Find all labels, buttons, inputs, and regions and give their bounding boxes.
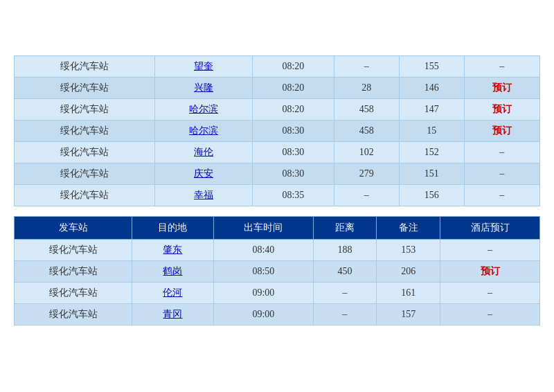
booking-link[interactable]: 预订 (492, 104, 512, 114)
cell-from: 绥化汽车站 (15, 240, 132, 261)
bottom-table-header: 发车站 目的地 出车时间 距离 备注 酒店预订 (15, 217, 540, 240)
cell-to[interactable]: 鹤岗 (132, 261, 214, 283)
cell-distance: 279 (334, 163, 399, 185)
cell-note: 15 (399, 121, 464, 142)
cell-to[interactable]: 青冈 (132, 304, 214, 326)
cell-distance: – (313, 304, 377, 326)
cell-booking: – (464, 185, 539, 206)
cell-from: 绥化汽车站 (15, 121, 155, 142)
destination-link[interactable]: 海伦 (194, 147, 213, 157)
bottom-table: 发车站 目的地 出车时间 距离 备注 酒店预订 绥化汽车站 肇东 08:40 1… (14, 216, 540, 326)
table-row: 绥化汽车站 海伦 08:30 102 152 – (15, 142, 540, 163)
cell-time: 08:50 (213, 261, 313, 283)
cell-from: 绥化汽车站 (15, 304, 132, 326)
cell-from: 绥化汽车站 (15, 261, 132, 283)
cell-distance: 458 (334, 121, 399, 142)
header-booking: 酒店预订 (440, 217, 540, 240)
booking-link[interactable]: 预订 (481, 266, 500, 276)
destination-link[interactable]: 肇东 (163, 244, 182, 255)
cell-note: 157 (377, 304, 440, 326)
destination-link[interactable]: 兴隆 (194, 82, 213, 93)
cell-distance: 102 (334, 142, 399, 163)
cell-time: 08:20 (252, 56, 334, 78)
cell-distance: – (313, 283, 377, 304)
cell-from: 绥化汽车站 (15, 185, 155, 206)
destination-link[interactable]: 伦河 (163, 287, 182, 298)
cell-to[interactable]: 肇东 (132, 240, 214, 261)
cell-booking: – (440, 304, 540, 326)
cell-time: 08:30 (252, 163, 334, 185)
cell-to[interactable]: 哈尔滨 (155, 99, 253, 121)
cell-note: 147 (399, 99, 464, 121)
destination-link[interactable]: 幸福 (194, 190, 213, 200)
cell-booking[interactable]: 预订 (440, 261, 540, 283)
header-distance: 距离 (313, 217, 377, 240)
destination-link[interactable]: 青冈 (163, 309, 182, 319)
cell-from: 绥化汽车站 (15, 163, 155, 185)
table-row: 绥化汽车站 哈尔滨 08:20 458 147 预订 (15, 99, 540, 121)
cell-note: 206 (377, 261, 440, 283)
cell-distance: 28 (334, 78, 399, 99)
top-table: 绥化汽车站 望奎 08:20 – 155 – 绥化汽车站 兴隆 08:20 28… (14, 55, 540, 206)
cell-time: 09:00 (213, 304, 313, 326)
cell-booking[interactable]: 预订 (464, 99, 539, 121)
cell-note: 161 (377, 283, 440, 304)
cell-to[interactable]: 庆安 (155, 163, 253, 185)
cell-to[interactable]: 兴隆 (155, 78, 253, 99)
header-note: 备注 (377, 217, 440, 240)
cell-note: 151 (399, 163, 464, 185)
cell-from: 绥化汽车站 (15, 283, 132, 304)
cell-time: 08:35 (252, 185, 334, 206)
booking-link[interactable]: 预订 (492, 125, 512, 136)
cell-to[interactable]: 伦河 (132, 283, 214, 304)
cell-time: 08:30 (252, 142, 334, 163)
cell-booking[interactable]: 预订 (464, 78, 539, 99)
table-row: 绥化汽车站 伦河 09:00 – 161 – (15, 283, 540, 304)
cell-note: 156 (399, 185, 464, 206)
cell-time: 08:20 (252, 99, 334, 121)
destination-link[interactable]: 哈尔滨 (189, 104, 218, 114)
cell-booking[interactable]: 预订 (464, 121, 539, 142)
cell-booking: – (440, 240, 540, 261)
destination-link[interactable]: 望奎 (194, 61, 213, 71)
cell-note: 152 (399, 142, 464, 163)
cell-distance: 450 (313, 261, 377, 283)
destination-link[interactable]: 哈尔滨 (189, 125, 218, 136)
cell-to[interactable]: 哈尔滨 (155, 121, 253, 142)
cell-from: 绥化汽车站 (15, 142, 155, 163)
cell-note: 155 (399, 56, 464, 78)
cell-booking: – (440, 283, 540, 304)
cell-from: 绥化汽车站 (15, 78, 155, 99)
cell-to[interactable]: 幸福 (155, 185, 253, 206)
cell-time: 08:20 (252, 78, 334, 99)
header-from: 发车站 (15, 217, 132, 240)
page-container: 绥化汽车站 望奎 08:20 – 155 – 绥化汽车站 兴隆 08:20 28… (14, 42, 540, 350)
table-row: 绥化汽车站 哈尔滨 08:30 458 15 预订 (15, 121, 540, 142)
cell-to[interactable]: 望奎 (155, 56, 253, 78)
header-to: 目的地 (132, 217, 214, 240)
cell-time: 08:40 (213, 240, 313, 261)
cell-note: 146 (399, 78, 464, 99)
table-row: 绥化汽车站 鹤岗 08:50 450 206 预订 (15, 261, 540, 283)
cell-booking: – (464, 163, 539, 185)
destination-link[interactable]: 庆安 (194, 168, 213, 179)
cell-from: 绥化汽车站 (15, 56, 155, 78)
cell-booking: – (464, 56, 539, 78)
table-row: 绥化汽车站 庆安 08:30 279 151 – (15, 163, 540, 185)
cell-note: 153 (377, 240, 440, 261)
booking-link[interactable]: 预订 (492, 82, 512, 93)
table-row: 绥化汽车站 兴隆 08:20 28 146 预订 (15, 78, 540, 99)
destination-link[interactable]: 鹤岗 (163, 266, 182, 276)
cell-from: 绥化汽车站 (15, 99, 155, 121)
cell-distance: – (334, 56, 399, 78)
table-row: 绥化汽车站 肇东 08:40 188 153 – (15, 240, 540, 261)
cell-time: 08:30 (252, 121, 334, 142)
cell-to[interactable]: 海伦 (155, 142, 253, 163)
table-row: 绥化汽车站 青冈 09:00 – 157 – (15, 304, 540, 326)
table-row: 绥化汽车站 幸福 08:35 – 156 – (15, 185, 540, 206)
cell-time: 09:00 (213, 283, 313, 304)
header-time: 出车时间 (213, 217, 313, 240)
cell-distance: – (334, 185, 399, 206)
cell-distance: 458 (334, 99, 399, 121)
table-row: 绥化汽车站 望奎 08:20 – 155 – (15, 56, 540, 78)
